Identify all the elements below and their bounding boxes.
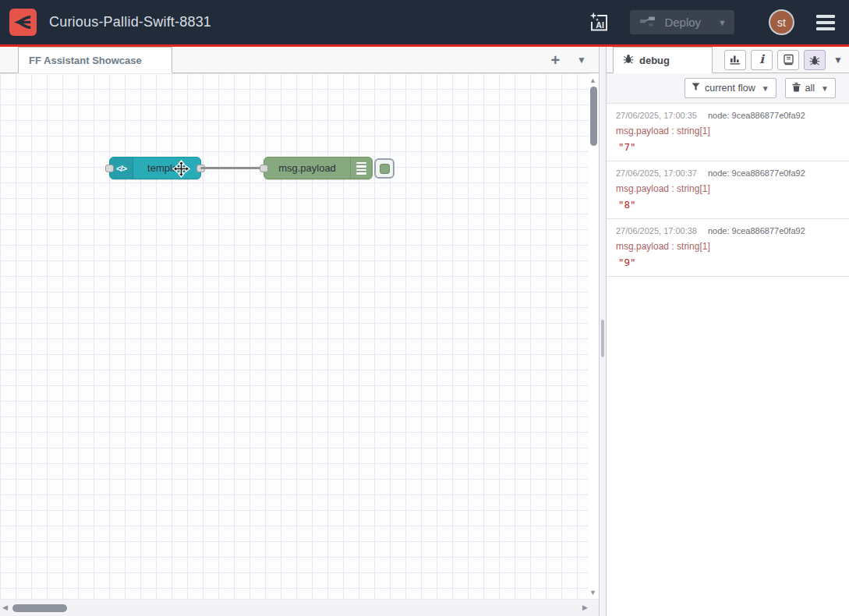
message-timestamp: 27/06/2025, 17:00:35 [616, 111, 697, 120]
deploy-options-caret-icon[interactable]: ▼ [712, 18, 727, 27]
flow-canvas[interactable]: </> template msg.payload [0, 73, 589, 599]
node-debug-msg-payload[interactable]: msg.payload [264, 157, 373, 179]
debug-message[interactable]: 27/06/2025, 17:00:38 node: 9cea886877e0f… [607, 219, 849, 277]
message-value[interactable]: "9" [616, 257, 841, 268]
canvas-vertical-scrollbar[interactable]: ▲ ▼ [589, 73, 599, 599]
workspace: FF Assistant Showcase + ▼ </> template [0, 47, 599, 616]
message-node-id: node: 9cea886877e0fa92 [708, 168, 805, 178]
scroll-left-icon[interactable]: ◀ [2, 604, 8, 611]
deploy-icon [639, 15, 656, 30]
debug-input-port[interactable] [260, 165, 268, 172]
move-cursor-icon [172, 160, 190, 178]
debug-filter-button[interactable]: current flow ▼ [685, 78, 776, 98]
user-avatar[interactable]: st [769, 9, 794, 35]
debug-message[interactable]: 27/06/2025, 17:00:37 node: 9cea886877e0f… [607, 161, 849, 219]
sidebar-tab-label: debug [639, 55, 670, 66]
dashboard-chart-icon[interactable] [724, 50, 746, 70]
flowfuse-logo-icon [9, 9, 37, 36]
trash-icon [792, 83, 801, 94]
debug-message[interactable]: 27/06/2025, 17:00:35 node: 9cea886877e0f… [607, 104, 849, 161]
template-input-port[interactable] [105, 165, 114, 172]
flow-list-caret-icon[interactable]: ▼ [575, 55, 588, 65]
message-timestamp: 27/06/2025, 17:00:37 [616, 168, 697, 178]
template-node-label: template [133, 162, 200, 174]
deploy-button[interactable]: Deploy ▼ [630, 10, 734, 34]
splitter-drag-handle[interactable] [601, 320, 604, 357]
ai-assistant-button[interactable]: AI [589, 12, 610, 34]
canvas-horizontal-scrollbar[interactable]: ◀ ▶ [0, 599, 599, 616]
app-header: Curious-Pallid-Swift-8831 AI Deploy ▼ st [0, 0, 849, 44]
funnel-icon [692, 83, 700, 94]
avatar-initials: st [777, 16, 786, 29]
bug-icon [623, 53, 634, 67]
add-flow-button[interactable]: + [547, 52, 563, 68]
debug-clear-button[interactable]: all ▼ [785, 78, 836, 98]
message-property[interactable]: msg.payload : string[1] [616, 241, 841, 252]
sidebar-tab-debug[interactable]: debug [613, 47, 713, 73]
svg-text:AI: AI [596, 19, 605, 29]
message-property[interactable]: msg.payload : string[1] [616, 183, 841, 194]
debug-filterbar: current flow ▼ all ▼ [607, 73, 849, 104]
scroll-down-icon[interactable]: ▼ [589, 589, 596, 597]
vertical-scroll-thumb[interactable] [590, 87, 597, 146]
instance-title: Curious-Pallid-Swift-8831 [49, 14, 211, 30]
debug-node-label: msg.payload [264, 162, 350, 174]
info-icon[interactable]: i [751, 50, 773, 70]
debug-enable-toggle[interactable] [374, 158, 394, 179]
message-property[interactable]: msg.payload : string[1] [616, 126, 841, 136]
message-node-id: node: 9cea886877e0fa92 [708, 111, 805, 120]
sidebar-tabbar-lead [607, 47, 613, 73]
debug-message-list: 27/06/2025, 17:00:35 node: 9cea886877e0f… [607, 104, 849, 616]
canvas-wrap: </> template msg.payload [0, 73, 599, 616]
debug-clear-label: all [805, 83, 815, 94]
message-value[interactable]: "7" [616, 141, 841, 153]
message-value[interactable]: "8" [616, 199, 841, 211]
debug-output-icon [350, 158, 372, 179]
flow-tabbar: FF Assistant Showcase + ▼ [0, 47, 599, 73]
deploy-label: Deploy [664, 16, 701, 29]
horizontal-scroll-thumb[interactable] [12, 604, 67, 612]
scroll-up-icon[interactable]: ▲ [589, 76, 596, 84]
debug-sidebar: debug i [607, 47, 849, 616]
clear-caret-icon: ▼ [821, 84, 829, 93]
bug-icon[interactable] [804, 50, 826, 70]
filter-caret-icon: ▼ [762, 84, 769, 93]
debug-filter-label: current flow [705, 83, 755, 94]
sidebar-splitter[interactable] [599, 47, 607, 616]
message-node-id: node: 9cea886877e0fa92 [708, 226, 805, 235]
wire-template-to-debug[interactable] [200, 167, 265, 169]
flow-tab-label: FF Assistant Showcase [29, 55, 142, 66]
flow-tab-ff-assistant-showcase[interactable]: FF Assistant Showcase [18, 47, 172, 73]
message-timestamp: 27/06/2025, 17:00:38 [616, 226, 697, 235]
main-menu-icon[interactable] [815, 12, 837, 34]
sidebar-tabbar: debug i [607, 47, 849, 73]
tabbar-lead [0, 47, 18, 73]
book-icon[interactable] [777, 50, 799, 70]
sidebar-tabs-caret-icon[interactable]: ▼ [833, 55, 843, 65]
scroll-right-icon[interactable]: ▶ [582, 604, 588, 611]
